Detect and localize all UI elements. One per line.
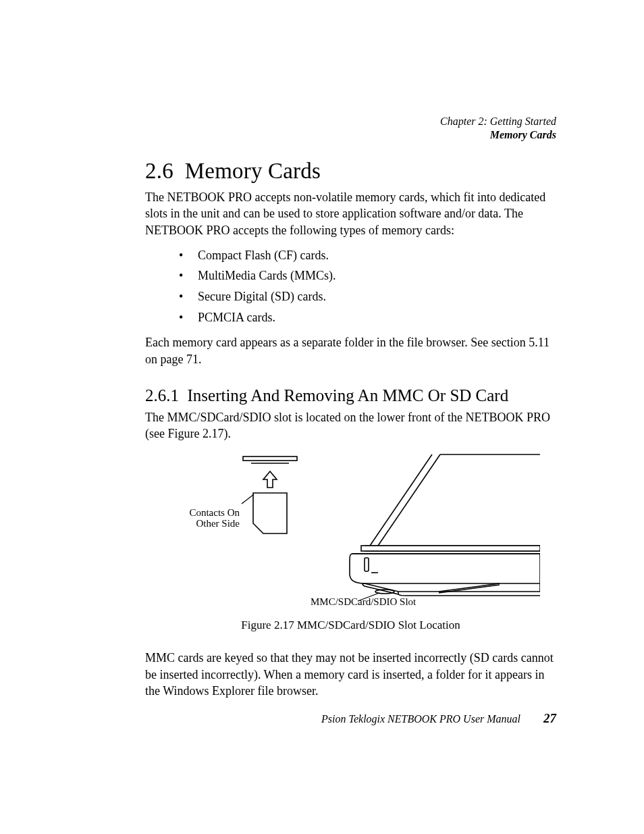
list-item: PCMCIA cards. bbox=[179, 307, 556, 328]
slot-location-diagram: Contacts On Other Side bbox=[162, 451, 540, 606]
contacts-label-line1: Contacts On bbox=[189, 507, 240, 518]
section-heading: 2.6 Memory Cards bbox=[145, 159, 556, 184]
section-intro: The NETBOOK PRO accepts non-volatile mem… bbox=[145, 189, 556, 238]
section-after-list: Each memory card appears as a separate f… bbox=[145, 334, 556, 367]
svg-line-4 bbox=[378, 454, 440, 546]
subsection-title: Inserting And Removing An MMC Or SD Card bbox=[188, 386, 509, 405]
subsection-p2: MMC cards are keyed so that they may not… bbox=[145, 650, 556, 699]
section-title: Memory Cards bbox=[185, 159, 321, 183]
page-footer: Psion Teklogix NETBOOK PRO User Manual 2… bbox=[321, 711, 556, 726]
subsection-number: 2.6.1 bbox=[145, 386, 179, 405]
footer-text: Psion Teklogix NETBOOK PRO User Manual bbox=[321, 713, 520, 725]
svg-line-3 bbox=[370, 454, 432, 546]
svg-rect-6 bbox=[361, 546, 540, 551]
header-section: Memory Cards bbox=[440, 128, 556, 142]
subsection-p1: The MMC/SDCard/SDIO slot is located on t… bbox=[145, 409, 556, 442]
section-number: 2.6 bbox=[145, 159, 173, 183]
figure-block: Contacts On Other Side bbox=[145, 451, 556, 632]
list-item: Compact Flash (CF) cards. bbox=[179, 245, 556, 266]
svg-line-10 bbox=[439, 583, 500, 592]
svg-line-2 bbox=[242, 494, 254, 504]
header-chapter: Chapter 2: Getting Started bbox=[440, 115, 556, 128]
list-item: MultiMedia Cards (MMCs). bbox=[179, 265, 556, 286]
card-types-list: Compact Flash (CF) cards. MultiMedia Car… bbox=[179, 245, 556, 328]
running-header: Chapter 2: Getting Started Memory Cards bbox=[440, 115, 556, 142]
page-number: 27 bbox=[543, 711, 556, 725]
list-item: Secure Digital (SD) cards. bbox=[179, 286, 556, 307]
figure-caption: Figure 2.17 MMC/SDCard/SDIO Slot Locatio… bbox=[145, 619, 556, 632]
subsection-heading: 2.6.1 Inserting And Removing An MMC Or S… bbox=[145, 386, 556, 405]
slot-label: MMC/SDCard/SDIO Slot bbox=[311, 596, 417, 606]
contacts-label-line2: Other Side bbox=[196, 518, 240, 529]
svg-rect-0 bbox=[243, 457, 297, 461]
